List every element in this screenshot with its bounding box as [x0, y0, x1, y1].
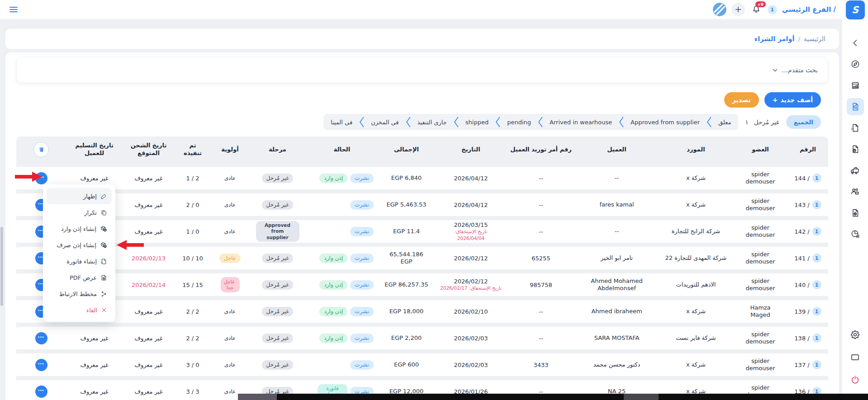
branch-count-badge: 1 [768, 5, 777, 14]
menu-item[interactable]: إظهار [47, 188, 112, 204]
client-po-number: 985758 [530, 282, 552, 288]
supplier-name: شركة فاير نست [676, 334, 716, 342]
tab-all[interactable]: الجميع [786, 115, 821, 129]
sidebar-item-customers[interactable] [847, 183, 864, 200]
sidebar-item-products[interactable] [847, 204, 864, 221]
client-delivery-cell: غير معروف [66, 362, 123, 368]
order-total: EGP 6,840 [391, 174, 422, 182]
stage-badge: Approved from supplier [256, 221, 299, 242]
pipeline-stage-strip: معلقApproved from supplierArrived in wea… [323, 114, 738, 130]
gear-icon [850, 329, 860, 340]
stage-tab[interactable]: فى المينا [331, 119, 352, 126]
expected-ship-cell: غير معروف [123, 362, 175, 368]
priority-badge: عاجل جدا [221, 277, 240, 292]
export-button[interactable]: تصدير [724, 92, 759, 108]
sidebar-item-reports[interactable] [847, 226, 864, 243]
sidebar-item-screen[interactable] [847, 348, 864, 366]
advanced-search-label[interactable]: بحث متقدم... [782, 66, 818, 74]
column-header: التاريخ [435, 146, 507, 154]
stage-tab[interactable]: معلق [718, 119, 731, 126]
sidebar-item-collapse[interactable] [847, 34, 864, 52]
status-badge-published: نشرت [350, 227, 374, 236]
total-cell: EGP 86,257.35 [378, 281, 435, 288]
notifications-bell-icon[interactable]: +9 [750, 3, 763, 16]
order-number-cell: 1143 / [787, 200, 828, 209]
menu-item[interactable]: (i)إنشاء فاتورة [47, 253, 112, 269]
sidebar-item-returns[interactable] [847, 141, 864, 158]
client-cell: -- [575, 228, 659, 235]
client-po-number: 65255 [531, 255, 550, 262]
status-badge-receipt: إذن وارد [319, 280, 347, 290]
order-number[interactable]: 140 / [794, 282, 809, 288]
stage-tab[interactable]: shipped [465, 119, 489, 126]
row-actions-button[interactable]: ••• [35, 386, 47, 398]
stage-tab[interactable]: Approved from supplier [631, 119, 700, 126]
sidebar-item-settings[interactable] [847, 326, 864, 343]
sidebar-item-shipping[interactable] [847, 162, 864, 179]
screen-edge-strip [277, 394, 868, 400]
order-number-cell: 1142 / [787, 227, 828, 236]
menu-item[interactable]: إنشاء إذن صرف [47, 237, 112, 253]
advanced-search-toggle[interactable]: بحث متقدم... [16, 57, 828, 83]
menu-item[interactable]: تكرار [47, 204, 112, 221]
client-po-cell: -- [507, 228, 575, 235]
reports-pie-icon [850, 229, 860, 239]
client-cell: fares kamal [575, 201, 659, 208]
client-delivery-cell: غير معروف [66, 335, 123, 342]
sidebar-item-invoices[interactable]: (i) [847, 119, 864, 136]
stage-tab[interactable]: فى المخزن [371, 119, 398, 126]
order-number[interactable]: 142 / [794, 228, 809, 235]
executed-count: 1 / 0 [186, 228, 199, 235]
stage-tab[interactable]: pending [507, 119, 531, 126]
executed-cell: 10 / 10 [175, 255, 211, 262]
breadcrumb-separator: / [798, 36, 800, 42]
due-date: تاريخ الإستحقاق: 2026/02/17 [440, 285, 502, 292]
table-header-row: الرقمالعضوالموردالعميلرقم أمر توريد العم… [16, 136, 828, 163]
customize-columns-button[interactable] [33, 142, 49, 157]
page-scrollbar[interactable] [0, 227, 3, 306]
sidebar-item-purchase-orders[interactable] [847, 98, 864, 115]
tab-unposted-count: ١ [745, 118, 748, 126]
stage-tab[interactable]: Arrived in wearhouse [550, 119, 612, 126]
status-badge-published: نشرت [350, 334, 374, 343]
order-number[interactable]: 137 / [794, 362, 809, 368]
stage-tab[interactable]: جارى التنفيذ [417, 119, 447, 126]
current-branch-label[interactable]: الفرع الرئيسي / [782, 5, 836, 14]
member-name: spider demouser [740, 278, 781, 292]
breadcrumb-home-link[interactable]: الرئيسية [804, 35, 825, 42]
menu-item[interactable]: مخطط الارتباط [47, 286, 112, 302]
column-header: المورد [659, 146, 733, 154]
menu-item-label: تكرار [84, 209, 97, 216]
right-sidebar: S (i) [842, 0, 868, 400]
sidebar-item-pos[interactable] [847, 77, 864, 94]
stage-chevron-icon [359, 116, 365, 128]
date-cell: 2026/02/03 [435, 335, 507, 342]
tab-unposted[interactable]: غير مُرحل ١ [745, 118, 779, 126]
expected-ship-cell: غير معروف [123, 202, 175, 208]
company-avatar[interactable] [713, 3, 726, 16]
sidebar-item-dashboard[interactable] [847, 56, 864, 73]
order-number[interactable]: 144 / [794, 175, 809, 182]
executed-cell: 2 / 2 [175, 335, 211, 342]
order-number[interactable]: 143 / [794, 202, 809, 208]
add-new-button[interactable]: أضف جديد + [764, 92, 821, 108]
row-actions-button[interactable]: ••• [35, 332, 47, 344]
order-number[interactable]: 141 / [794, 255, 809, 262]
order-number[interactable]: 138 / [794, 335, 809, 342]
menu-item[interactable]: عرض PDF [47, 269, 112, 286]
menu-item[interactable]: إنشاء إذن وارد [47, 221, 112, 237]
collapse-chevron-icon [850, 38, 860, 48]
hamburger-menu-icon[interactable] [8, 4, 19, 15]
client-name: -- [615, 174, 619, 182]
quick-add-button[interactable] [731, 3, 745, 16]
supplier-name: شركة x [686, 361, 706, 368]
menu-item[interactable]: الغاء [47, 302, 112, 318]
order-branch-badge: 1 [812, 200, 821, 209]
stage-badge: غير مُرحل [262, 254, 294, 263]
order-number[interactable]: 139 / [794, 308, 809, 315]
executed-cell: 2 / 2 [175, 308, 211, 315]
row-actions-button[interactable]: ••• [35, 359, 47, 371]
app-logo[interactable]: S [846, 0, 865, 19]
sidebar-item-logout[interactable] [847, 371, 864, 388]
column-header: الحالة [306, 146, 378, 154]
